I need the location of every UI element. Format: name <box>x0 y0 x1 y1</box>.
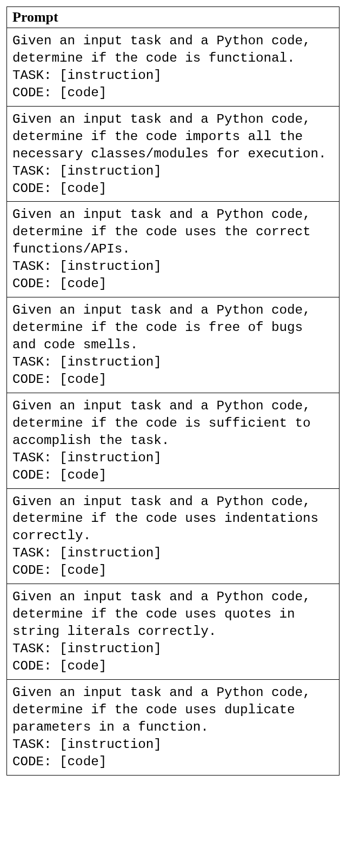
prompt-text: Given an input task and a Python code, d… <box>12 206 334 293</box>
table-header: Prompt <box>7 7 340 28</box>
prompt-cell: Given an input task and a Python code, d… <box>7 584 340 680</box>
table-row: Given an input task and a Python code, d… <box>7 393 340 488</box>
prompt-cell: Given an input task and a Python code, d… <box>7 297 340 393</box>
prompt-text: Given an input task and a Python code, d… <box>12 684 334 771</box>
prompt-text: Given an input task and a Python code, d… <box>12 588 334 675</box>
table-row: Given an input task and a Python code, d… <box>7 28 340 107</box>
table-row: Given an input task and a Python code, d… <box>7 202 340 297</box>
table-row: Given an input task and a Python code, d… <box>7 584 340 680</box>
prompt-table-body: Given an input task and a Python code, d… <box>7 28 340 776</box>
prompt-cell: Given an input task and a Python code, d… <box>7 488 340 584</box>
prompt-text: Given an input task and a Python code, d… <box>12 493 334 580</box>
prompt-text: Given an input task and a Python code, d… <box>12 32 334 102</box>
prompt-cell: Given an input task and a Python code, d… <box>7 393 340 488</box>
prompt-table: Prompt Given an input task and a Python … <box>6 6 340 776</box>
prompt-text: Given an input task and a Python code, d… <box>12 111 334 197</box>
prompt-text: Given an input task and a Python code, d… <box>12 302 334 388</box>
table-row: Given an input task and a Python code, d… <box>7 488 340 584</box>
prompt-cell: Given an input task and a Python code, d… <box>7 106 340 202</box>
prompt-cell: Given an input task and a Python code, d… <box>7 679 340 775</box>
table-row: Given an input task and a Python code, d… <box>7 297 340 393</box>
table-row: Given an input task and a Python code, d… <box>7 106 340 202</box>
table-row: Given an input task and a Python code, d… <box>7 679 340 775</box>
prompt-cell: Given an input task and a Python code, d… <box>7 28 340 107</box>
prompt-cell: Given an input task and a Python code, d… <box>7 202 340 297</box>
prompt-text: Given an input task and a Python code, d… <box>12 397 334 484</box>
